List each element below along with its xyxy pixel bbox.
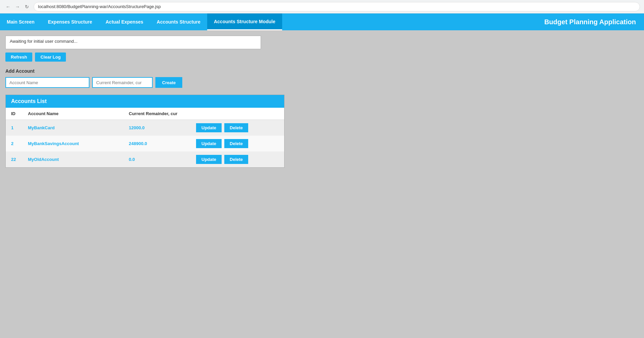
table-header-row: ID Account Name Current Remainder, cur xyxy=(6,108,284,120)
col-header-name: Account Name xyxy=(23,108,123,120)
forward-button[interactable]: → xyxy=(13,3,22,11)
cell-id: 2 xyxy=(6,136,23,151)
cell-account-name: MyBankCard xyxy=(23,120,123,136)
cell-account-name: MyBankSavingsAccount xyxy=(23,136,123,151)
cell-remainder: 12000.0 xyxy=(123,120,191,136)
cell-account-name: MyOldAccount xyxy=(23,151,123,167)
table-row: 1MyBankCard12000.0UpdateDelete xyxy=(6,120,284,136)
current-remainder-input[interactable] xyxy=(92,77,153,88)
cell-remainder: 248900.0 xyxy=(123,136,191,151)
browser-bar: ← → ↻ xyxy=(0,0,644,13)
delete-button[interactable]: Delete xyxy=(224,123,248,132)
add-account-title: Add Account xyxy=(5,68,639,74)
back-button[interactable]: ← xyxy=(4,3,12,11)
accounts-table: ID Account Name Current Remainder, cur 1… xyxy=(6,108,284,167)
app-header: Main Screen Expenses Structure Actual Ex… xyxy=(0,13,644,30)
account-name-input[interactable] xyxy=(5,77,89,88)
cell-actions: UpdateDelete xyxy=(191,151,284,167)
log-area: Awaiting for initial user command... xyxy=(5,36,261,49)
accounts-list-header: Accounts List xyxy=(6,95,284,108)
tab-accounts-structure-module[interactable]: Accounts Structure Module xyxy=(207,13,282,30)
cell-id: 1 xyxy=(6,120,23,136)
add-account-section: Add Account Create xyxy=(5,68,639,88)
update-button[interactable]: Update xyxy=(196,139,222,148)
table-row: 22MyOldAccount0.0UpdateDelete xyxy=(6,151,284,167)
tab-expenses-structure[interactable]: Expenses Structure xyxy=(41,13,99,30)
browser-navigation: ← → ↻ xyxy=(4,3,31,11)
create-button[interactable]: Create xyxy=(155,77,182,88)
log-message: Awaiting for initial user command... xyxy=(10,39,77,44)
col-header-remainder: Current Remainder, cur xyxy=(123,108,191,120)
accounts-list-container: Accounts List ID Account Name Current Re… xyxy=(5,95,285,168)
update-button[interactable]: Update xyxy=(196,123,222,132)
col-header-id: ID xyxy=(6,108,23,120)
update-button[interactable]: Update xyxy=(196,155,222,164)
delete-button[interactable]: Delete xyxy=(224,155,248,164)
col-header-actions xyxy=(191,108,284,120)
address-bar[interactable] xyxy=(34,2,640,11)
add-account-form: Create xyxy=(5,77,639,88)
reload-button[interactable]: ↻ xyxy=(23,3,31,11)
cell-actions: UpdateDelete xyxy=(191,120,284,136)
tab-actual-expenses[interactable]: Actual Expenses xyxy=(99,13,150,30)
clear-log-button[interactable]: Clear Log xyxy=(35,53,66,62)
refresh-button[interactable]: Refresh xyxy=(5,53,32,62)
delete-button[interactable]: Delete xyxy=(224,139,248,148)
cell-id: 22 xyxy=(6,151,23,167)
tab-main-screen[interactable]: Main Screen xyxy=(0,13,41,30)
table-row: 2MyBankSavingsAccount248900.0UpdateDelet… xyxy=(6,136,284,151)
page-content: Awaiting for initial user command... Ref… xyxy=(0,30,644,338)
log-buttons: Refresh Clear Log xyxy=(5,53,639,62)
cell-actions: UpdateDelete xyxy=(191,136,284,151)
nav-tabs: Main Screen Expenses Structure Actual Ex… xyxy=(0,13,282,30)
accounts-list-title: Accounts List xyxy=(11,98,47,104)
app-title: Budget Planning Application xyxy=(544,18,644,26)
tab-accounts-structure[interactable]: Accounts Structure xyxy=(150,13,207,30)
cell-remainder: 0.0 xyxy=(123,151,191,167)
